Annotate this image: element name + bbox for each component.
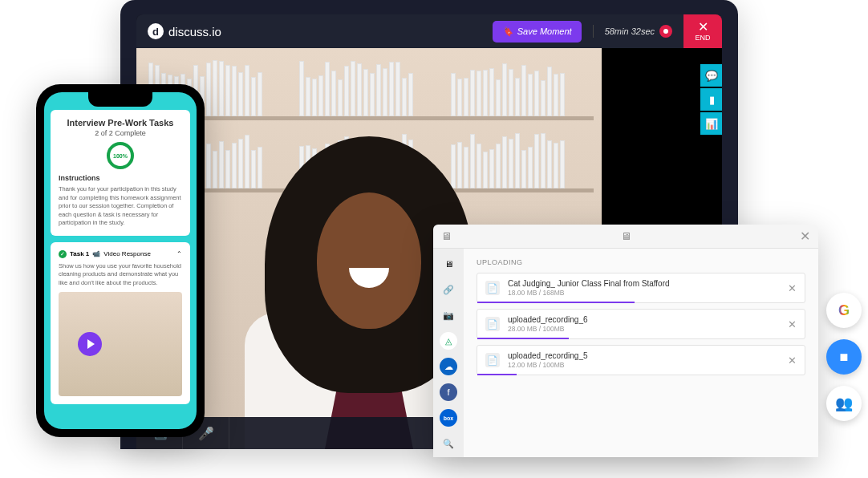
video-icon: 📹 (92, 250, 100, 257)
close-icon: ✕ (698, 21, 708, 34)
check-icon: ✓ (59, 250, 67, 258)
video-thumbnail[interactable] (59, 292, 182, 396)
instructions-heading: Instructions (59, 174, 182, 182)
integration-teams-button[interactable]: 👥 (826, 386, 862, 421)
timer-text: 58min 32sec (605, 26, 655, 36)
integration-google-button[interactable]: G (826, 293, 862, 328)
logo-mark: d (148, 23, 164, 39)
progress-ring: 100% (107, 142, 134, 169)
close-dialog-button[interactable]: ✕ (800, 229, 810, 244)
file-size: 28.00 MB / 100MB (508, 325, 780, 333)
brand-logo: d discuss.io (148, 23, 221, 39)
integration-icons: G■👥 (826, 293, 862, 421)
phone-mockup: Interview Pre-Work Tasks 2 of 2 Complete… (36, 84, 205, 437)
save-moment-button[interactable]: 🔖 Save Moment (493, 21, 582, 43)
phone-screen: Interview Pre-Work Tasks 2 of 2 Complete… (44, 92, 197, 429)
end-call-button[interactable]: ✕ END (683, 14, 722, 48)
cancel-upload-button[interactable]: ✕ (788, 354, 797, 367)
upload-dialog: 🖥 🖥 ✕ 🖥🔗📷◬☁fbox🔍 UPLOADING 📄Cat Judging_… (433, 225, 818, 457)
source-device-button[interactable]: 🖥 (440, 255, 457, 273)
instructions-body: Thank you for your participation in this… (59, 185, 182, 228)
source-box-button[interactable]: box (440, 409, 457, 427)
file-name: uploaded_recording_6 (508, 315, 780, 324)
task-prompt: Show us how you use your favorite househ… (59, 262, 182, 288)
task-type: Video Response (103, 250, 151, 257)
file-icon: 📄 (485, 317, 500, 331)
session-timer: 58min 32sec (593, 25, 672, 38)
save-moment-label: Save Moment (517, 26, 572, 36)
upload-file-row: 📄Cat Judging_ Junior Class Final from St… (477, 273, 805, 303)
upload-file-row: 📄uploaded_recording_628.00 MB / 100MB✕ (477, 309, 805, 339)
upload-main: UPLOADING 📄Cat Judging_ Junior Class Fin… (464, 249, 818, 457)
file-size: 18.00 MB / 168MB (508, 289, 780, 297)
file-name: uploaded_recording_5 (508, 351, 780, 360)
prework-header-card: Interview Pre-Work Tasks 2 of 2 Complete… (51, 110, 190, 236)
device-icon: 🖥 (441, 230, 452, 242)
cancel-upload-button[interactable]: ✕ (788, 282, 797, 294)
cancel-upload-button[interactable]: ✕ (788, 318, 797, 330)
bookmark-icon: 🔖 (502, 26, 513, 37)
source-onedrive-button[interactable]: ☁ (440, 358, 457, 375)
poll-tool-button[interactable]: 📊 (700, 112, 722, 135)
brand-name: discuss.io (168, 25, 221, 38)
prework-title: Interview Pre-Work Tasks (59, 118, 182, 128)
upload-sources-sidebar: 🖥🔗📷◬☁fbox🔍 (433, 249, 464, 457)
chevron-up-icon[interactable]: ⌃ (176, 250, 182, 257)
file-icon: 📄 (485, 281, 500, 295)
task-card[interactable]: ✓ Task 1 📹 Video Response ⌃ Show us how … (51, 242, 190, 405)
notes-tool-button[interactable]: ▮ (700, 88, 722, 111)
source-facebook-button[interactable]: f (440, 383, 457, 401)
upload-file-row: 📄uploaded_recording_512.00 MB / 100MB✕ (477, 345, 805, 375)
file-icon: 📄 (485, 353, 500, 367)
file-name: Cat Judging_ Junior Class Final from Sta… (508, 279, 780, 288)
app-topbar: d discuss.io 🔖 Save Moment 58min 32sec ✕… (136, 14, 722, 48)
play-icon[interactable] (78, 332, 102, 356)
source-camera-button[interactable]: 📷 (440, 306, 457, 324)
source-google-drive-button[interactable]: ◬ (440, 332, 457, 350)
task-label: Task 1 (70, 250, 89, 257)
uploading-heading: UPLOADING (477, 258, 805, 266)
device-icon-center: 🖥 (452, 230, 800, 242)
file-size: 12.00 MB / 100MB (508, 361, 780, 369)
source-link-button[interactable]: 🔗 (440, 281, 457, 298)
integration-zoom-button[interactable]: ■ (826, 339, 862, 375)
recording-icon (659, 25, 672, 38)
chat-tool-button[interactable]: 💬 (700, 64, 722, 87)
prework-progress-text: 2 of 2 Complete (59, 129, 182, 137)
end-label: END (695, 34, 710, 42)
source-search-button[interactable]: 🔍 (440, 435, 457, 452)
upload-header: 🖥 🖥 ✕ (433, 225, 818, 249)
